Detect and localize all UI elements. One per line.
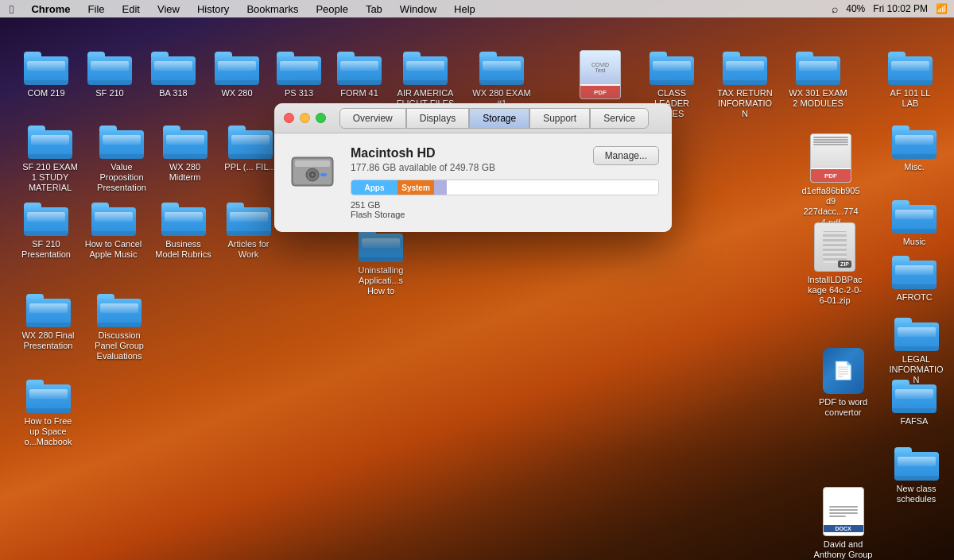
folder-afrotc[interactable]: AFROTC <box>882 254 946 303</box>
spotlight-icon[interactable]: ⌕ <box>832 2 838 15</box>
folder-misc-label: Misc. <box>902 161 927 173</box>
folder-how-free-label: How to Free up Space o...Macbook <box>17 415 80 449</box>
menu-window[interactable]: Window <box>397 2 440 17</box>
folder-sf210exam1[interactable]: SF 210 EXAM 1 STUDY MATERIAL <box>14 124 86 195</box>
folder-uninstalling-label: Uninstalling Applicati...s How to <box>349 265 413 298</box>
folder-business-model-label: Business Model Rubrics <box>152 238 215 261</box>
folder-how-cancel-label: How to Cancel Apple Music <box>82 238 145 261</box>
folder-wx301-label: WX 301 EXAM 2 MODULES <box>786 87 850 110</box>
bar-system: System <box>398 180 434 195</box>
folder-tax-return-label: TAX RETURN INFORMATION <box>713 87 777 121</box>
bar-free <box>447 180 658 195</box>
close-button[interactable] <box>284 113 294 123</box>
menu-file[interactable]: File <box>85 2 108 17</box>
folder-sf210pres[interactable]: SF 210 Presentation <box>14 201 78 261</box>
minimize-button[interactable] <box>300 113 310 123</box>
folder-uninstalling[interactable]: Uninstalling Applicati...s How to <box>345 227 417 298</box>
folder-com219[interactable]: COM 219 <box>14 50 78 99</box>
file-installldb-label: InstallLDBPackage 64c-2-0-6-01.zip <box>803 274 867 307</box>
tab-support[interactable]: Support <box>529 108 590 129</box>
menu-bookmarks[interactable]: Bookmarks <box>243 2 301 17</box>
battery-status: 40% <box>846 3 865 14</box>
tab-storage[interactable]: Storage <box>469 108 529 129</box>
folder-tax-return[interactable]: TAX RETURN INFORMATION <box>709 50 781 121</box>
apple-menu[interactable]:  <box>6 1 17 17</box>
dialog-content: Macintosh HD 177.86 GB available of 249.… <box>274 133 672 232</box>
folder-wx280-label: WX 280 <box>219 87 254 99</box>
bar-other <box>434 180 446 195</box>
folder-ps313-label: PS 313 <box>282 87 316 99</box>
manage-button[interactable]: Manage... <box>593 146 659 165</box>
folder-form41-label: FORM 41 <box>338 87 381 99</box>
dialog-titlebar: Overview Displays Storage Support Servic… <box>274 103 672 133</box>
folder-sf210[interactable]: SF 210 <box>78 50 142 99</box>
folder-af101[interactable]: AF 101 LL LAB <box>874 50 946 110</box>
disk-available: 177.86 GB available of 249.78 GB <box>351 162 495 173</box>
folder-how-free[interactable]: How to Free up Space o...Macbook <box>14 378 82 449</box>
folder-music-label: Music <box>901 236 929 248</box>
maximize-button[interactable] <box>316 113 326 123</box>
menu-people[interactable]: People <box>312 2 351 17</box>
folder-form41[interactable]: FORM 41 <box>328 50 391 99</box>
tab-overview[interactable]: Overview <box>339 108 406 129</box>
svg-rect-6 <box>320 173 327 176</box>
clock: Fri 10:02 PM <box>873 3 928 14</box>
disk-size: 251 GBFlash Storage <box>351 200 659 219</box>
svg-rect-2 <box>295 160 330 167</box>
file-d1effa[interactable]: PDF d1effa86bb905d9 227dacc...7744.pdf <box>795 133 867 229</box>
tab-service[interactable]: Service <box>590 108 649 129</box>
folder-wx280midterm-label: WX 280 Midterm <box>153 161 217 183</box>
folder-discussion-panel-label: Discussion Panel Group Evaluations <box>87 330 151 363</box>
folder-air-america[interactable]: AIR AMERICA FLIGHT FILES <box>390 50 461 110</box>
folder-wx280final[interactable]: WX 280 Final Presentation <box>14 292 82 352</box>
disk-name: Macintosh HD <box>351 146 495 160</box>
folder-fafsa-label: FAFSA <box>898 415 931 427</box>
folder-how-cancel[interactable]: How to Cancel Apple Music <box>80 201 147 261</box>
file-david-anthony[interactable]: DOCX David and Anthony Group E...Stooges <box>809 487 877 560</box>
app-name[interactable]: Chrome <box>28 2 73 17</box>
folder-sf210pres-label: SF 210 Presentation <box>14 238 78 261</box>
file-david-anthony-label: David and Anthony Group E...Stooges <box>812 539 875 560</box>
folder-com219-label: COM 219 <box>25 87 67 99</box>
folder-value-prop[interactable]: Value Proposition Presentation <box>86 124 157 195</box>
folder-misc[interactable]: Misc. <box>882 124 946 173</box>
folder-wx280final-label: WX 280 Final Presentation <box>17 330 80 352</box>
folder-afrotc-label: AFROTC <box>894 292 934 303</box>
folder-wx280midterm[interactable]: WX 280 Midterm <box>151 124 219 183</box>
folder-new-class[interactable]: New class schedules <box>882 446 950 505</box>
folder-sf210exam1-label: SF 210 EXAM 1 STUDY MATERIAL <box>18 161 82 195</box>
folder-new-class-label: New class schedules <box>885 483 948 505</box>
folder-wx280[interactable]: WX 280 <box>205 50 269 99</box>
traffic-lights <box>284 113 326 123</box>
folder-ps313[interactable]: PS 313 <box>267 50 331 99</box>
folder-fafsa[interactable]: FAFSA <box>882 378 946 427</box>
folder-articles[interactable]: Articles for Work <box>215 201 282 261</box>
folder-articles-label: Articles for Work <box>217 238 281 261</box>
tab-displays[interactable]: Displays <box>406 108 469 129</box>
storage-info: Macintosh HD 177.86 GB available of 249.… <box>351 146 659 219</box>
app-pdf-word-label: PDF to word convertor <box>812 396 875 419</box>
desktop:  Chrome File Edit View History Bookmark… <box>0 0 954 560</box>
folder-value-prop-label: Value Proposition Presentation <box>90 161 153 195</box>
folder-music[interactable]: Music <box>882 199 946 248</box>
folder-legal-info[interactable]: LEGAL INFORMATION <box>882 316 950 387</box>
file-installldb[interactable]: ZIP InstallLDBPackage 64c-2-0-6-01.zip <box>799 222 871 307</box>
hdd-icon <box>287 146 338 197</box>
system-info-dialog: Overview Displays Storage Support Servic… <box>274 103 672 232</box>
folder-sf210-label: SF 210 <box>93 87 126 99</box>
folder-wx301[interactable]: WX 301 EXAM 2 MODULES <box>782 50 854 110</box>
wifi-icon[interactable]: 📶 <box>936 3 948 14</box>
menu-help[interactable]: Help <box>451 2 479 17</box>
folder-ba318[interactable]: BA 318 <box>142 50 205 99</box>
folder-discussion-panel[interactable]: Discussion Panel Group Evaluations <box>83 292 155 363</box>
menubar:  Chrome File Edit View History Bookmark… <box>0 0 954 17</box>
menu-tab[interactable]: Tab <box>363 2 386 17</box>
folder-ba318-label: BA 318 <box>157 87 189 99</box>
menu-view[interactable]: View <box>154 2 183 17</box>
menu-edit[interactable]: Edit <box>119 2 143 17</box>
svg-point-5 <box>312 174 314 176</box>
folder-business-model[interactable]: Business Model Rubrics <box>149 201 217 261</box>
folder-af101-label: AF 101 LL LAB <box>878 87 942 110</box>
app-pdf-word[interactable]: 📄 PDF to word convertor <box>809 348 877 419</box>
menu-history[interactable]: History <box>194 2 232 17</box>
